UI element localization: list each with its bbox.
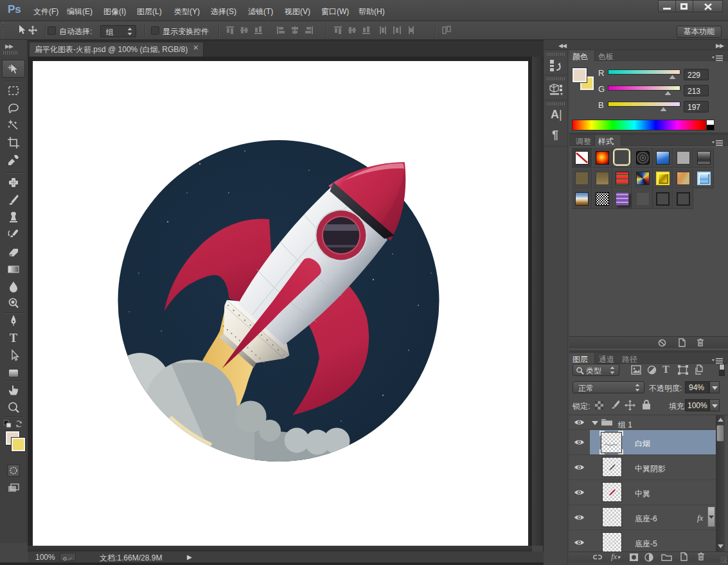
- svg-text:T: T: [10, 332, 17, 345]
